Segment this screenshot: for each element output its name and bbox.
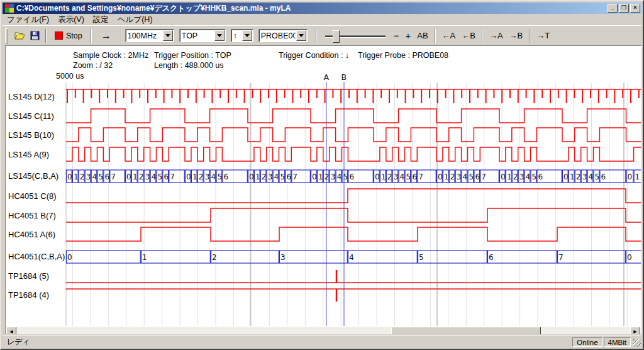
svg-text:5: 5 [406, 172, 411, 181]
menu-file[interactable]: ファイル(F) [3, 14, 53, 26]
svg-text:0: 0 [67, 253, 72, 262]
signal-ls145-a-9 [66, 147, 641, 161]
svg-text:6: 6 [601, 172, 606, 181]
cursor-markers[interactable]: AB [324, 72, 347, 326]
svg-text:4: 4 [211, 172, 216, 181]
set-b-button[interactable]: →B [506, 29, 526, 43]
signal-ls145-c-11 [66, 109, 641, 123]
svg-text:1: 1 [635, 172, 640, 181]
sample-clock-value: 100MHz [126, 31, 162, 40]
svg-text:3: 3 [145, 172, 150, 181]
signal-label-tp1684-4: TP1684 (4) [8, 290, 49, 300]
svg-text:3: 3 [394, 172, 399, 181]
svg-text:1: 1 [255, 172, 260, 181]
chevron-down-icon[interactable] [296, 30, 306, 41]
svg-text:5: 5 [469, 172, 474, 181]
stop-label: Stop [66, 31, 82, 40]
online-status-badge: Online [572, 337, 602, 347]
svg-text:3: 3 [582, 172, 587, 181]
waveform-canvas[interactable]: AB01234567012345670123456012345670123456… [6, 46, 641, 338]
open-file-button[interactable] [12, 28, 27, 43]
trigger-position-combo[interactable]: TOP [179, 29, 226, 42]
memory-status-badge: 4MBit [604, 337, 631, 347]
toolbar: Stop → 100MHz TOP ↑ PROBE00 − + AB ←A [3, 25, 641, 45]
trigger-probe-combo[interactable]: PROBE00 [258, 29, 308, 42]
svg-text:2: 2 [450, 172, 455, 181]
set-a-button[interactable]: →A [486, 29, 506, 43]
zoom-out-button[interactable]: − [391, 29, 402, 43]
app-icon [4, 3, 14, 13]
svg-text:4: 4 [349, 253, 354, 262]
signal-tp1684-5 [66, 270, 641, 283]
svg-text:2: 2 [576, 172, 581, 181]
chevron-down-icon[interactable] [214, 30, 225, 41]
goto-trigger-button[interactable]: →T [533, 29, 553, 43]
svg-text:4: 4 [274, 172, 279, 181]
save-button[interactable] [27, 28, 42, 43]
run-button[interactable]: → [95, 29, 118, 43]
menu-help[interactable]: ヘルプ(H) [113, 14, 157, 26]
svg-text:6: 6 [475, 172, 480, 181]
svg-text:7: 7 [292, 172, 297, 181]
menu-settings[interactable]: 設定 [89, 14, 113, 26]
open-folder-icon [14, 31, 25, 40]
toolbar-separator [435, 29, 436, 43]
svg-text:2: 2 [262, 172, 267, 181]
floppy-disk-icon [30, 31, 40, 40]
zoom-slider[interactable] [324, 29, 387, 43]
svg-text:6: 6 [412, 172, 417, 181]
svg-text:6: 6 [286, 172, 291, 181]
maximize-button[interactable]: ❐ [619, 4, 629, 13]
svg-text:3: 3 [457, 172, 462, 181]
toolbar-grip[interactable] [5, 28, 8, 43]
goto-b-button[interactable]: ←B [458, 29, 479, 43]
svg-text:5: 5 [99, 172, 104, 181]
info-length: Length : 488.000 us [154, 61, 224, 70]
svg-text:2: 2 [80, 172, 85, 181]
signal-label-tp1684-5: TP1684 (5) [8, 271, 49, 281]
svg-text:7: 7 [418, 172, 423, 181]
signal-label-hc4051-b-7: HC4051 B(7) [8, 211, 56, 220]
svg-text:6: 6 [104, 172, 109, 181]
stop-icon [55, 31, 63, 40]
goto-a-button[interactable]: ←A [439, 29, 459, 43]
signal-tp1684-4 [66, 289, 641, 302]
info-sample-clock: Sample Clock : 2MHz [73, 51, 148, 60]
svg-text:2: 2 [513, 172, 518, 181]
trigger-edge-combo[interactable]: ↑ [231, 29, 253, 42]
sample-clock-combo[interactable]: 100MHz [125, 29, 174, 42]
svg-text:5: 5 [158, 172, 163, 181]
signal-label-ls145-a-9: LS145 A(9) [8, 150, 49, 159]
svg-text:1: 1 [507, 172, 512, 181]
window-title: C:¥Documents and Settings¥noname¥デスクトップ¥… [16, 3, 605, 14]
title-bar[interactable]: C:¥Documents and Settings¥noname¥デスクトップ¥… [3, 3, 641, 14]
resize-grip[interactable] [633, 339, 641, 347]
signal-label-ls145-d-12: LS145 D(12) [8, 92, 55, 101]
svg-text:1: 1 [133, 172, 138, 181]
svg-text:5: 5 [595, 172, 600, 181]
svg-text:0: 0 [627, 253, 632, 262]
svg-text:7: 7 [170, 172, 175, 181]
svg-text:2: 2 [199, 172, 204, 181]
svg-text:4: 4 [92, 172, 97, 181]
svg-text:0: 0 [67, 172, 72, 181]
chevron-down-icon[interactable] [163, 30, 173, 41]
signal-hc4051-c-b-a: 012345670 [67, 251, 641, 263]
minimize-button[interactable]: _ [608, 4, 618, 13]
close-button[interactable]: × [630, 4, 640, 13]
ab-button[interactable]: AB [414, 29, 431, 43]
svg-text:1: 1 [142, 253, 147, 262]
chevron-down-icon[interactable] [242, 30, 252, 41]
stop-button[interactable]: Stop [50, 29, 87, 43]
info-zoom: Zoom : / 32 [73, 61, 113, 70]
trigger-probe-value: PROBE00 [259, 31, 296, 40]
slider-thumb[interactable] [333, 30, 340, 43]
marker-b-label: B [341, 72, 347, 82]
menu-view[interactable]: 表示(V) [53, 14, 89, 26]
toolbar-separator [121, 29, 122, 43]
svg-text:4: 4 [337, 172, 342, 181]
signal-label-hc4051-c-b-a: HC4051(C,B,A) [8, 252, 65, 261]
svg-text:0: 0 [249, 172, 254, 181]
signal-hc4051-c-8 [66, 189, 641, 203]
zoom-in-button[interactable]: + [402, 29, 414, 43]
